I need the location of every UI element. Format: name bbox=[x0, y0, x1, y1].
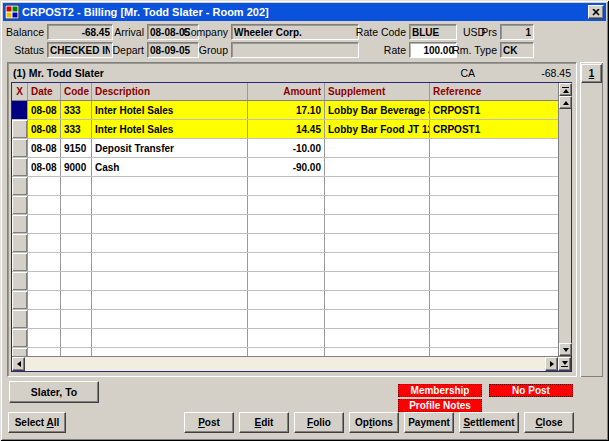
options-button[interactable]: Options bbox=[349, 412, 399, 433]
cell-supplement bbox=[325, 310, 430, 328]
cell-supplement bbox=[325, 158, 430, 176]
cell-amount bbox=[248, 329, 325, 347]
row-selector[interactable] bbox=[12, 272, 28, 290]
window-1-button[interactable]: 1 bbox=[581, 64, 602, 83]
group-field[interactable] bbox=[231, 42, 359, 58]
cell-reference bbox=[430, 196, 558, 214]
guest-window-tab[interactable]: Slater, To bbox=[9, 381, 99, 403]
post-button[interactable]: Post bbox=[184, 412, 234, 433]
cell-reference bbox=[430, 329, 558, 347]
cell-code: 333 bbox=[61, 101, 92, 119]
cell-code bbox=[61, 253, 92, 271]
balance-label: Balance bbox=[4, 24, 44, 40]
table-row-empty[interactable] bbox=[12, 234, 558, 253]
cell-supplement bbox=[325, 234, 430, 252]
cell-reference bbox=[430, 272, 558, 290]
cell-code: 9000 bbox=[61, 158, 92, 176]
row-selector[interactable] bbox=[12, 310, 28, 328]
row-selector[interactable] bbox=[12, 348, 28, 356]
row-selector[interactable] bbox=[12, 158, 28, 176]
horizontal-scrollbar[interactable] bbox=[12, 356, 571, 371]
settlement-button[interactable]: Settlement bbox=[459, 412, 519, 433]
table-row-empty[interactable] bbox=[12, 177, 558, 196]
company-field[interactable] bbox=[231, 24, 359, 40]
select-all-button[interactable]: Select All bbox=[8, 412, 66, 433]
cell-code bbox=[61, 196, 92, 214]
cell-supplement bbox=[325, 215, 430, 233]
cell-description bbox=[92, 348, 248, 356]
cell-amount: -90.00 bbox=[248, 158, 325, 176]
no-post-badge[interactable]: No Post bbox=[489, 384, 573, 397]
cell-description bbox=[92, 177, 248, 195]
scroll-to-top-button[interactable] bbox=[559, 83, 572, 96]
cell-code bbox=[61, 310, 92, 328]
guest-header: (1) Mr. Todd Slater CA -68.45 bbox=[13, 65, 571, 81]
close-icon[interactable] bbox=[588, 5, 604, 19]
cell-code bbox=[61, 177, 92, 195]
cell-amount: -10.00 bbox=[248, 139, 325, 157]
table-row-empty[interactable] bbox=[12, 272, 558, 291]
rate-code-field[interactable] bbox=[409, 24, 457, 40]
folio-panel: (1) Mr. Todd Slater CA -68.45 XDateCodeD… bbox=[7, 62, 577, 377]
cell-date bbox=[28, 253, 61, 271]
cell-description bbox=[92, 215, 248, 233]
table-row-empty[interactable] bbox=[12, 196, 558, 215]
row-selector[interactable] bbox=[12, 139, 28, 157]
row-selector[interactable] bbox=[12, 253, 28, 271]
cell-date bbox=[28, 348, 61, 356]
cell-description bbox=[92, 310, 248, 328]
vertical-scrollbar-track[interactable] bbox=[559, 109, 571, 343]
vertical-scrollbar[interactable] bbox=[558, 83, 571, 356]
rm-type-field[interactable] bbox=[500, 42, 534, 58]
cell-amount bbox=[248, 291, 325, 309]
folio-button[interactable]: Folio bbox=[294, 412, 344, 433]
table-row[interactable]: 08-08333Inter Hotel Sales17.10Lobby Bar … bbox=[12, 101, 558, 120]
cell-reference: CRPOST1 bbox=[430, 101, 558, 119]
table-row-empty[interactable] bbox=[12, 291, 558, 310]
table-row-empty[interactable] bbox=[12, 253, 558, 272]
row-selector[interactable] bbox=[12, 329, 28, 347]
table-row-empty[interactable] bbox=[12, 329, 558, 348]
cell-reference bbox=[430, 177, 558, 195]
cell-amount bbox=[248, 177, 325, 195]
row-selector[interactable] bbox=[12, 101, 28, 119]
table-row-empty[interactable] bbox=[12, 348, 558, 356]
column-header-description: Description bbox=[92, 83, 248, 100]
close-button[interactable]: Close bbox=[524, 412, 574, 433]
cell-supplement bbox=[325, 196, 430, 214]
row-selector[interactable] bbox=[12, 215, 28, 233]
row-selector[interactable] bbox=[12, 291, 28, 309]
table-row[interactable]: 08-089150Deposit Transfer-10.00 bbox=[12, 139, 558, 158]
row-selector[interactable] bbox=[12, 234, 28, 252]
table-row[interactable]: 08-08333Inter Hotel Sales14.45Lobby Bar … bbox=[12, 120, 558, 139]
payment-button[interactable]: Payment bbox=[404, 412, 454, 433]
cell-date bbox=[28, 329, 61, 347]
table-row-empty[interactable] bbox=[12, 215, 558, 234]
scroll-left-button[interactable] bbox=[12, 357, 25, 371]
cell-description bbox=[92, 272, 248, 290]
scroll-to-bottom-button[interactable] bbox=[558, 357, 571, 371]
grid-table: XDateCodeDescriptionAmountSupplementRefe… bbox=[12, 83, 558, 356]
horizontal-scrollbar-track[interactable] bbox=[25, 357, 545, 371]
scroll-down-button[interactable] bbox=[559, 343, 572, 356]
cell-supplement bbox=[325, 177, 430, 195]
row-selector[interactable] bbox=[12, 120, 28, 138]
cell-date bbox=[28, 291, 61, 309]
cell-date bbox=[28, 177, 61, 195]
prs-field[interactable] bbox=[500, 24, 534, 40]
membership-badge[interactable]: Membership bbox=[398, 384, 482, 397]
scroll-up-button[interactable] bbox=[559, 96, 572, 109]
row-selector[interactable] bbox=[12, 177, 28, 195]
status-field[interactable] bbox=[47, 42, 113, 58]
table-row-empty[interactable] bbox=[12, 310, 558, 329]
edit-button[interactable]: Edit bbox=[239, 412, 289, 433]
cell-supplement bbox=[325, 272, 430, 290]
cell-amount bbox=[248, 196, 325, 214]
balance-field[interactable] bbox=[47, 24, 113, 40]
profile-notes-badge[interactable]: Profile Notes bbox=[398, 399, 482, 412]
row-selector[interactable] bbox=[12, 196, 28, 214]
titlebar: CRPOST2 - Billing [Mr. Todd Slater - Roo… bbox=[3, 3, 606, 21]
table-row[interactable]: 08-089000Cash-90.00 bbox=[12, 158, 558, 177]
column-header-date: Date bbox=[28, 83, 61, 100]
scroll-right-button[interactable] bbox=[545, 357, 558, 371]
